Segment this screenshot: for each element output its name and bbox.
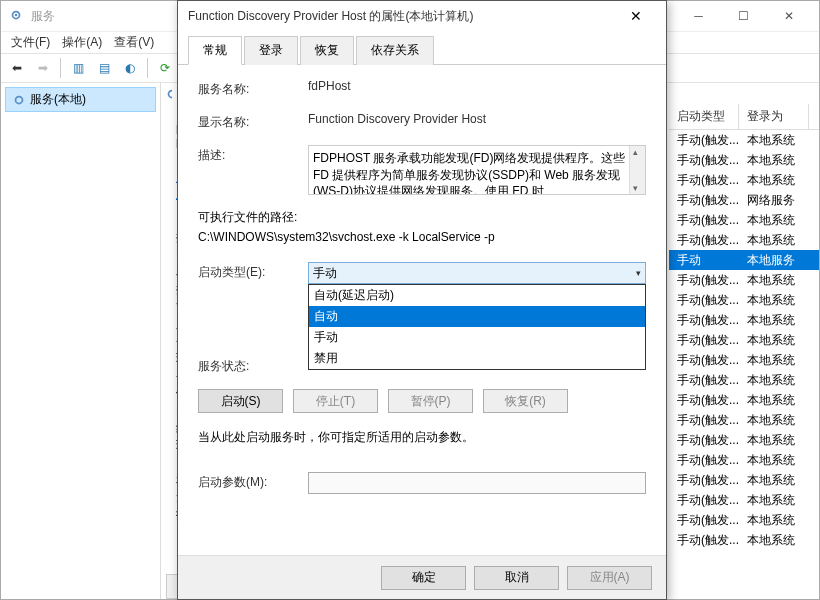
apply-button[interactable]: 应用(A): [567, 566, 652, 590]
start-param-hint: 当从此处启动服务时，你可指定所适用的启动参数。: [198, 429, 646, 446]
table-row[interactable]: 手动(触发...本地系统: [669, 230, 819, 250]
label-start-params: 启动参数(M):: [198, 472, 308, 491]
value-service-name: fdPHost: [308, 79, 646, 93]
tab-logon[interactable]: 登录: [244, 36, 298, 65]
table-row[interactable]: 手动(触发...本地系统: [669, 130, 819, 150]
menu-file[interactable]: 文件(F): [5, 32, 56, 53]
description-scrollbar[interactable]: [629, 146, 645, 194]
startup-type-combobox[interactable]: 手动 ▾: [308, 262, 646, 284]
cell-logon-as: 本地系统: [739, 430, 809, 451]
menu-view[interactable]: 查看(V): [108, 32, 160, 53]
table-row[interactable]: 手动(触发...本地系统: [669, 270, 819, 290]
cell-startup-type: 手动(触发...: [669, 510, 739, 531]
stop-button[interactable]: 停止(T): [293, 389, 378, 413]
description-box[interactable]: FDPHOST 服务承载功能发现(FD)网络发现提供程序。这些 FD 提供程序为…: [308, 145, 646, 195]
cell-logon-as: 本地系统: [739, 170, 809, 191]
dialog-content: 服务名称: fdPHost 显示名称: Function Discovery P…: [178, 65, 666, 522]
table-row[interactable]: 手动(触发...本地系统: [669, 510, 819, 530]
chevron-down-icon: ▾: [636, 268, 641, 278]
cancel-button[interactable]: 取消: [474, 566, 559, 590]
table-row[interactable]: 手动(触发...本地系统: [669, 310, 819, 330]
startup-type-dropdown[interactable]: 自动(延迟启动) 自动 手动 禁用: [308, 284, 646, 370]
table-row[interactable]: 手动(触发...本地系统: [669, 350, 819, 370]
resume-button[interactable]: 恢复(R): [483, 389, 568, 413]
pause-button[interactable]: 暂停(P): [388, 389, 473, 413]
cell-logon-as: 本地系统: [739, 450, 809, 471]
nav-tree[interactable]: 服务(本地): [1, 83, 161, 599]
table-row[interactable]: 手动(触发...本地系统: [669, 430, 819, 450]
tab-dependencies[interactable]: 依存关系: [356, 36, 434, 65]
cell-startup-type: 手动(触发...: [669, 450, 739, 471]
cell-logon-as: 本地服务: [739, 250, 809, 271]
cell-logon-as: 本地系统: [739, 270, 809, 291]
col-startup-type[interactable]: 启动类型: [669, 104, 739, 129]
table-row[interactable]: 手动(触发...本地系统: [669, 390, 819, 410]
dropdown-option-manual[interactable]: 手动: [309, 327, 645, 348]
label-service-status: 服务状态:: [198, 356, 308, 375]
cell-startup-type: 手动(触发...: [669, 150, 739, 171]
startup-type-selected: 手动: [313, 265, 337, 282]
cell-logon-as: 本地系统: [739, 470, 809, 491]
table-row[interactable]: 手动(触发...本地系统: [669, 450, 819, 470]
tab-recovery[interactable]: 恢复: [300, 36, 354, 65]
forward-button[interactable]: ➡: [31, 56, 55, 80]
cell-logon-as: 本地系统: [739, 370, 809, 391]
ok-button[interactable]: 确定: [381, 566, 466, 590]
table-row[interactable]: 手动(触发...本地系统: [669, 410, 819, 430]
dropdown-option-auto[interactable]: 自动: [309, 306, 645, 327]
cell-startup-type: 手动(触发...: [669, 310, 739, 331]
back-button[interactable]: ⬅: [5, 56, 29, 80]
cell-logon-as: 本地系统: [739, 310, 809, 331]
value-description: FDPHOST 服务承载功能发现(FD)网络发现提供程序。这些 FD 提供程序为…: [313, 151, 625, 195]
cell-logon-as: 本地系统: [739, 330, 809, 351]
table-row[interactable]: 手动(触发...本地系统: [669, 290, 819, 310]
gear-icon: [12, 93, 26, 107]
cell-startup-type: 手动(触发...: [669, 330, 739, 351]
table-row[interactable]: 手动(触发...本地系统: [669, 370, 819, 390]
tool-pane-icon[interactable]: ▥: [66, 56, 90, 80]
cell-startup-type: 手动: [669, 250, 739, 271]
maximize-button[interactable]: ☐: [721, 1, 766, 31]
service-list[interactable]: 手动(触发...本地系统手动(触发...本地系统手动(触发...本地系统手动(触…: [669, 130, 819, 550]
value-exe-path: C:\WINDOWS\system32\svchost.exe -k Local…: [198, 230, 646, 244]
svg-point-1: [15, 14, 18, 17]
table-row[interactable]: 手动(触发...本地系统: [669, 170, 819, 190]
tool-help-icon[interactable]: ◐: [118, 56, 142, 80]
start-params-input[interactable]: [308, 472, 646, 494]
label-service-name: 服务名称:: [198, 79, 308, 98]
table-row[interactable]: 手动(触发...本地系统: [669, 490, 819, 510]
menu-action[interactable]: 操作(A): [56, 32, 108, 53]
table-row[interactable]: 手动(触发...本地系统: [669, 150, 819, 170]
table-row[interactable]: 手动(触发...本地系统: [669, 530, 819, 550]
dropdown-option-auto-delayed[interactable]: 自动(延迟启动): [309, 285, 645, 306]
table-row[interactable]: 手动(触发...本地系统: [669, 330, 819, 350]
cell-logon-as: 本地系统: [739, 130, 809, 151]
dropdown-option-disabled[interactable]: 禁用: [309, 348, 645, 369]
dialog-titlebar[interactable]: Function Discovery Provider Host 的属性(本地计…: [178, 1, 666, 31]
cell-startup-type: 手动(触发...: [669, 130, 739, 151]
start-button[interactable]: 启动(S): [198, 389, 283, 413]
close-button[interactable]: ✕: [766, 1, 811, 31]
minimize-button[interactable]: ─: [676, 1, 721, 31]
service-properties-dialog: Function Discovery Provider Host 的属性(本地计…: [177, 0, 667, 600]
label-display-name: 显示名称:: [198, 112, 308, 131]
dialog-close-button[interactable]: ✕: [616, 2, 656, 30]
cell-logon-as: 网络服务: [739, 190, 809, 211]
cell-logon-as: 本地系统: [739, 210, 809, 231]
col-logon-as[interactable]: 登录为: [739, 104, 809, 129]
tree-services-local[interactable]: 服务(本地): [5, 87, 156, 112]
tab-general[interactable]: 常规: [188, 36, 242, 65]
table-row[interactable]: 手动(触发...网络服务: [669, 190, 819, 210]
refresh-icon[interactable]: ⟳: [153, 56, 177, 80]
tool-detail-icon[interactable]: ▤: [92, 56, 116, 80]
label-description: 描述:: [198, 145, 308, 164]
cell-startup-type: 手动(触发...: [669, 230, 739, 251]
table-row[interactable]: 手动(触发...本地系统: [669, 210, 819, 230]
cell-startup-type: 手动(触发...: [669, 170, 739, 191]
table-row[interactable]: 手动(触发...本地系统: [669, 470, 819, 490]
table-row[interactable]: 手动本地服务: [669, 250, 819, 270]
cell-startup-type: 手动(触发...: [669, 270, 739, 291]
label-exe-path: 可执行文件的路径:: [198, 209, 646, 226]
cell-startup-type: 手动(触发...: [669, 430, 739, 451]
cell-startup-type: 手动(触发...: [669, 530, 739, 551]
